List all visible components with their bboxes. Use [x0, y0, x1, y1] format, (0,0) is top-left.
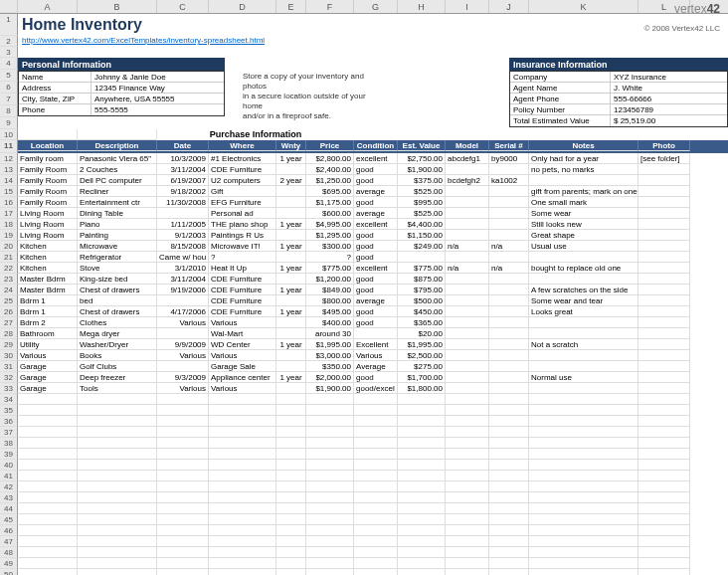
cell-date[interactable]: 9/18/2002	[157, 186, 209, 197]
cell-cond[interactable]: Average	[354, 361, 398, 372]
col-header-notes[interactable]: Notes	[529, 140, 638, 151]
empty-row[interactable]: 50	[0, 569, 728, 575]
cell-where[interactable]: Microwave IT!	[209, 241, 276, 252]
cell-notes[interactable]: bought to replace old one	[529, 263, 638, 274]
row-number[interactable]: 6	[0, 82, 18, 94]
cell-date[interactable]: 3/11/2004	[157, 164, 209, 175]
cell-photo[interactable]	[638, 350, 690, 361]
cell-notes[interactable]: Usual use	[529, 241, 638, 252]
cell-loc[interactable]: Garage	[18, 372, 78, 383]
cell-where[interactable]: #1 Electronics	[209, 153, 276, 164]
cell-date[interactable]	[157, 208, 209, 219]
cell-desc[interactable]: Stove	[78, 263, 157, 274]
cell-notes[interactable]: gift from parents; mark on one arm	[529, 186, 638, 197]
empty-row[interactable]: 47	[0, 536, 728, 547]
cell-date[interactable]: 6/19/2007	[157, 175, 209, 186]
table-row[interactable]: 21KitchenRefrigeratorCame w/ hou??good	[0, 252, 728, 263]
cell-desc[interactable]: Entertainment ctr	[78, 197, 157, 208]
cell-desc[interactable]: Tools	[78, 383, 157, 394]
row-number[interactable]: 41	[0, 471, 18, 481]
row-number[interactable]: 18	[0, 219, 18, 230]
info-value[interactable]: Johnny & Janie Doe	[91, 72, 224, 82]
cell-desc[interactable]: Mega dryer	[78, 328, 157, 339]
row-number[interactable]: 47	[0, 536, 18, 547]
cell-price[interactable]: $849.00	[306, 285, 354, 295]
cell-loc[interactable]: Master Bdrm	[18, 274, 78, 285]
row-number[interactable]: 3	[0, 47, 18, 58]
cell-model[interactable]	[446, 295, 489, 306]
cell-wnty[interactable]	[276, 230, 306, 241]
row-number[interactable]: 20	[0, 241, 18, 252]
cell-where[interactable]: ?	[209, 252, 276, 263]
table-row[interactable]: 26Bdrm 1Chest of drawers4/17/2006CDE Fur…	[0, 306, 728, 317]
cell-loc[interactable]: Kitchen	[18, 252, 78, 263]
cell-where[interactable]: WD Center	[209, 339, 276, 350]
table-row[interactable]: 29UtilityWasher/Dryer9/9/2009WD Center1 …	[0, 339, 728, 350]
row-number[interactable]: 15	[0, 186, 18, 197]
cell-where[interactable]: Various	[209, 383, 276, 394]
cell-model[interactable]	[446, 164, 489, 175]
cell-cond[interactable]: good/excel	[354, 383, 398, 394]
info-value[interactable]: 555-66666	[610, 94, 727, 103]
cell-price[interactable]: $400.00	[306, 317, 354, 328]
cell-price[interactable]: $300.00	[306, 241, 354, 252]
row-number[interactable]: 23	[0, 274, 18, 285]
cell-notes[interactable]	[529, 328, 638, 339]
row-number[interactable]: 16	[0, 197, 18, 208]
cell-loc[interactable]: Family room	[18, 153, 78, 164]
cell-desc[interactable]: Chest of drawers	[78, 285, 157, 295]
cell-desc[interactable]: Painting	[78, 230, 157, 241]
cell-model[interactable]: abcdefg1	[446, 153, 489, 164]
cell-model[interactable]	[446, 339, 489, 350]
cell-cond[interactable]: excellent	[354, 153, 398, 164]
cell-serial[interactable]	[489, 306, 529, 317]
cell-serial[interactable]	[489, 372, 529, 383]
cell-est[interactable]: $1,800.00	[398, 383, 446, 394]
empty-row[interactable]: 40	[0, 460, 728, 471]
info-value[interactable]: 123456789	[610, 104, 727, 114]
cell-model[interactable]	[446, 186, 489, 197]
cell-photo[interactable]	[638, 339, 690, 350]
table-row[interactable]: 12Family roomPanasonic Viera 65"10/3/200…	[0, 153, 728, 164]
cell-est[interactable]: $20.00	[398, 328, 446, 339]
cell-serial[interactable]	[489, 252, 529, 263]
empty-row[interactable]: 39	[0, 449, 728, 460]
col-C[interactable]: C	[157, 0, 209, 13]
empty-row[interactable]: 41	[0, 471, 728, 481]
cell-model[interactable]	[446, 306, 489, 317]
cell-desc[interactable]: Microwave	[78, 241, 157, 252]
cell-photo[interactable]	[638, 219, 690, 230]
table-row[interactable]: 17Living RoomDining TablePersonal ad$600…	[0, 208, 728, 219]
col-header-date[interactable]: Date	[157, 140, 209, 151]
row-number[interactable]: 37	[0, 427, 18, 438]
table-row[interactable]: 16Family RoomEntertainment ctr11/30/2008…	[0, 197, 728, 208]
cell-where[interactable]: CDE Furniture	[209, 164, 276, 175]
cell-notes[interactable]: A few scratches on the side	[529, 285, 638, 295]
row-number[interactable]: 17	[0, 208, 18, 219]
cell-serial[interactable]: ka1002	[489, 175, 529, 186]
cell-desc[interactable]: Dell PC computer	[78, 175, 157, 186]
cell-notes[interactable]	[529, 361, 638, 372]
cell-where[interactable]: THE piano shop	[209, 219, 276, 230]
row-number[interactable]: 40	[0, 460, 18, 471]
cell-est[interactable]: $375.00	[398, 175, 446, 186]
cell-photo[interactable]	[638, 295, 690, 306]
row-number[interactable]: 39	[0, 449, 18, 460]
col-B[interactable]: B	[78, 0, 157, 13]
info-value[interactable]: $ 25,519.00	[610, 115, 727, 126]
cell-photo[interactable]	[638, 317, 690, 328]
cell-where[interactable]: Wal-Mart	[209, 328, 276, 339]
cell-price[interactable]: $3,000.00	[306, 350, 354, 361]
table-row[interactable]: 27Bdrm 2ClothesVariousVarious$400.00good…	[0, 317, 728, 328]
cell-desc[interactable]: King-size bed	[78, 274, 157, 285]
cell-price[interactable]: $800.00	[306, 295, 354, 306]
cell-wnty[interactable]: 1 year	[276, 285, 306, 295]
table-row[interactable]: 20KitchenMicrowave8/15/2008Microwave IT!…	[0, 241, 728, 252]
cell-loc[interactable]: Kitchen	[18, 263, 78, 274]
cell-price[interactable]: $2,800.00	[306, 153, 354, 164]
cell-model[interactable]	[446, 197, 489, 208]
cell-where[interactable]: CDE Furniture	[209, 285, 276, 295]
cell-notes[interactable]: Great shape	[529, 230, 638, 241]
cell-notes[interactable]: Normal use	[529, 372, 638, 383]
cell-date[interactable]: Came w/ hou	[157, 252, 209, 263]
